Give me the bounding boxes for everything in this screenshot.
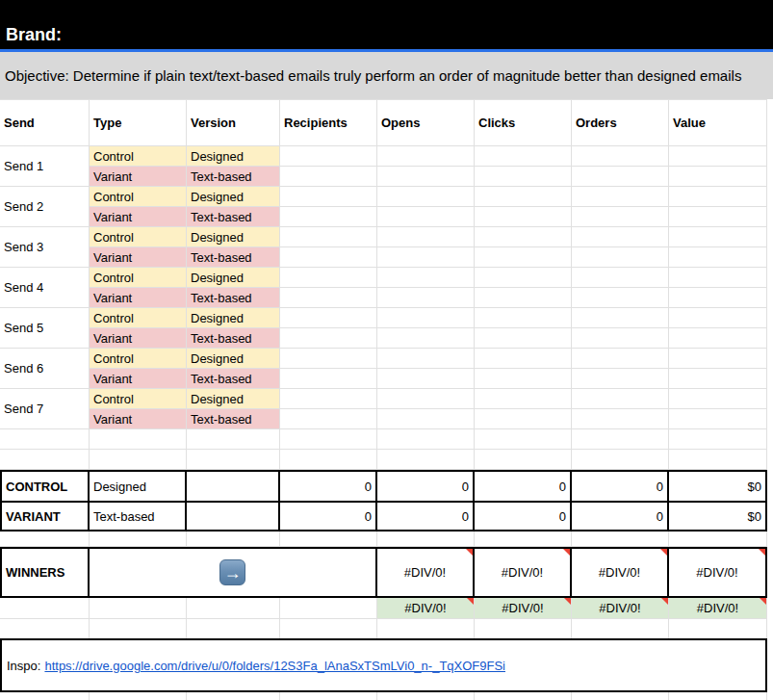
metric-cell[interactable] — [669, 187, 767, 207]
summary-value-cell[interactable]: 0 — [572, 472, 669, 501]
metric-cell[interactable] — [475, 349, 572, 369]
summary-value-cell[interactable]: 0 — [572, 503, 669, 530]
metric-cell[interactable] — [475, 389, 572, 409]
metric-cell[interactable] — [475, 247, 572, 268]
metric-cell[interactable] — [377, 146, 475, 167]
metric-cell[interactable] — [572, 389, 669, 409]
type-cell[interactable]: Variant — [90, 247, 187, 268]
metric-cell[interactable] — [669, 167, 767, 187]
send-label-cell[interactable]: Send 6 — [0, 349, 90, 389]
metric-cell[interactable] — [572, 146, 669, 167]
empty-cell[interactable] — [280, 598, 377, 619]
summary-value-cell[interactable]: 0 — [280, 472, 377, 501]
version-cell[interactable]: Designed — [187, 349, 280, 369]
metric-cell[interactable] — [475, 187, 572, 207]
type-cell[interactable]: Variant — [90, 369, 187, 389]
column-header-recipients[interactable]: Recipients — [280, 99, 377, 146]
metric-cell[interactable] — [280, 268, 377, 288]
type-cell[interactable]: Variant — [90, 167, 187, 187]
metric-cell[interactable] — [377, 268, 475, 288]
metric-cell[interactable] — [572, 369, 669, 389]
empty-cell[interactable] — [280, 429, 377, 450]
metric-cell[interactable] — [572, 268, 669, 288]
empty-cell[interactable] — [0, 619, 90, 638]
metric-cell[interactable] — [280, 328, 377, 349]
metric-cell[interactable] — [475, 308, 572, 328]
empty-cell[interactable] — [187, 598, 280, 619]
empty-cell[interactable] — [90, 531, 187, 547]
type-cell[interactable]: Variant — [90, 207, 187, 227]
metric-cell[interactable] — [572, 247, 669, 268]
metric-cell[interactable] — [475, 268, 572, 288]
metric-cell[interactable] — [377, 167, 475, 187]
metric-cell[interactable] — [280, 409, 377, 429]
winners-error-cell[interactable]: #DIV/0! — [475, 549, 572, 596]
empty-cell[interactable] — [572, 619, 669, 638]
empty-cell[interactable] — [475, 450, 572, 470]
summary-value-cell[interactable]: 0 — [377, 472, 475, 501]
summary-value-cell[interactable]: $0 — [669, 503, 767, 530]
version-cell[interactable]: Designed — [187, 187, 280, 207]
version-cell[interactable]: Text-based — [187, 369, 280, 389]
metric-cell[interactable] — [669, 409, 767, 429]
ratio-error-cell[interactable]: #DIV/0! — [377, 598, 475, 619]
version-cell[interactable]: Text-based — [187, 207, 280, 227]
empty-cell[interactable] — [280, 450, 377, 470]
objective-row[interactable]: Objective: Determine if plain text/text-… — [0, 52, 773, 99]
version-cell[interactable]: Designed — [187, 227, 280, 247]
metric-cell[interactable] — [377, 227, 475, 247]
version-cell[interactable]: Text-based — [187, 247, 280, 268]
empty-cell[interactable] — [669, 531, 767, 547]
metric-cell[interactable] — [475, 227, 572, 247]
metric-cell[interactable] — [377, 349, 475, 369]
type-cell[interactable]: Control — [90, 227, 187, 247]
empty-cell[interactable] — [90, 429, 187, 450]
send-label-cell[interactable]: Send 7 — [0, 389, 90, 429]
type-cell[interactable]: Variant — [90, 409, 187, 429]
version-cell[interactable]: Designed — [187, 308, 280, 328]
empty-cell[interactable] — [280, 619, 377, 638]
metric-cell[interactable] — [572, 167, 669, 187]
type-cell[interactable]: Control — [90, 308, 187, 328]
version-cell[interactable]: Text-based — [187, 409, 280, 429]
metric-cell[interactable] — [669, 268, 767, 288]
summary-value-cell[interactable]: 0 — [377, 503, 475, 530]
empty-cell[interactable] — [572, 531, 669, 547]
metric-cell[interactable] — [572, 288, 669, 308]
version-cell[interactable]: Designed — [187, 268, 280, 288]
summary-empty-cell[interactable] — [187, 472, 280, 501]
metric-cell[interactable] — [280, 308, 377, 328]
metric-cell[interactable] — [572, 227, 669, 247]
metric-cell[interactable] — [475, 369, 572, 389]
metric-cell[interactable] — [669, 247, 767, 268]
empty-cell[interactable] — [572, 429, 669, 450]
metric-cell[interactable] — [572, 328, 669, 349]
metric-cell[interactable] — [377, 247, 475, 268]
metric-cell[interactable] — [572, 187, 669, 207]
empty-cell[interactable] — [377, 429, 475, 450]
metric-cell[interactable] — [377, 288, 475, 308]
send-label-cell[interactable]: Send 3 — [0, 227, 90, 268]
ratio-error-cell[interactable]: #DIV/0! — [572, 598, 669, 619]
send-label-cell[interactable]: Send 4 — [0, 268, 90, 308]
type-cell[interactable]: Control — [90, 146, 187, 167]
metric-cell[interactable] — [280, 187, 377, 207]
summary-version-cell[interactable]: Text-based — [90, 503, 187, 530]
metric-cell[interactable] — [377, 328, 475, 349]
empty-cell[interactable] — [0, 429, 90, 450]
metric-cell[interactable] — [475, 167, 572, 187]
empty-cell[interactable] — [475, 429, 572, 450]
empty-cell[interactable] — [0, 531, 90, 547]
type-cell[interactable]: Control — [90, 187, 187, 207]
type-cell[interactable]: Control — [90, 268, 187, 288]
type-cell[interactable]: Control — [90, 349, 187, 369]
metric-cell[interactable] — [377, 409, 475, 429]
send-label-cell[interactable]: Send 2 — [0, 187, 90, 227]
metric-cell[interactable] — [669, 288, 767, 308]
empty-cell[interactable] — [475, 619, 572, 638]
metric-cell[interactable] — [280, 207, 377, 227]
summary-value-cell[interactable]: 0 — [475, 472, 572, 501]
empty-cell[interactable] — [669, 429, 767, 450]
empty-cell[interactable] — [0, 598, 90, 619]
column-header-version[interactable]: Version — [187, 99, 280, 146]
